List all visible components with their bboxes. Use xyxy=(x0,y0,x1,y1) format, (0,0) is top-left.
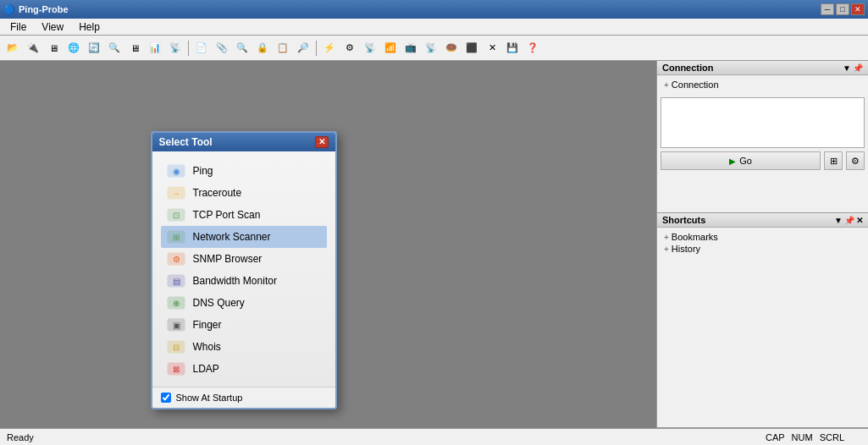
connection-settings-btn[interactable]: ⊞ xyxy=(824,151,843,170)
shortcuts-panel: Shortcuts ▼ 📌 ✕ + Bookmarks + History xyxy=(657,213,868,428)
svg-text:⊠: ⊠ xyxy=(173,365,180,374)
main-content: Select Tool ✕ ◉ Ping → Traceroute ⊡ TCP … xyxy=(0,61,868,428)
tool-item-traceroute[interactable]: → Traceroute xyxy=(161,182,327,204)
connection-panel-pin[interactable]: 📌 xyxy=(853,63,863,73)
bookmarks-label: Bookmarks xyxy=(672,232,718,242)
minimize-button[interactable]: ─ xyxy=(821,3,834,15)
tb-zoom-btn[interactable]: 🔎 xyxy=(294,39,312,58)
tool-label-ldap: LDAP xyxy=(193,363,219,375)
tool-item-whois[interactable]: ⊟ Whois xyxy=(161,336,327,358)
toolbar-separator-1 xyxy=(188,41,189,56)
modal-overlay: Select Tool ✕ ◉ Ping → Traceroute ⊡ TCP … xyxy=(0,61,656,428)
tb-ping-btn[interactable]: ⚡ xyxy=(320,39,339,58)
tb-dns-btn[interactable]: 🍩 xyxy=(442,39,461,58)
tool-label-finger: Finger xyxy=(193,319,222,331)
history-expand-icon: + xyxy=(664,244,669,254)
tb-clip-btn[interactable]: 📋 xyxy=(274,39,292,58)
go-button-label: Go xyxy=(739,156,752,166)
tb-network-btn[interactable]: 🌐 xyxy=(64,39,83,58)
toolbar: 📂 🔌 🖥 🌐 🔄 🔍 🖥 📊 📡 📄 📎 🔍 🔒 📋 🔎 ⚡ ⚙ 📡 📶 📺 … xyxy=(0,36,868,61)
shortcuts-panel-close[interactable]: ✕ xyxy=(856,216,863,225)
tb-save-btn[interactable]: 💾 xyxy=(503,39,522,58)
tool-label-whois: Whois xyxy=(193,341,221,353)
tb-monitor-btn[interactable]: 🖥 xyxy=(44,39,63,58)
num-indicator: NUM xyxy=(792,432,813,442)
tool-label-tcp-port-scan: TCP Port Scan xyxy=(193,209,261,221)
shortcuts-panel-arrow[interactable]: ▼ xyxy=(834,216,843,225)
toolbar-separator-2 xyxy=(316,41,317,56)
tool-icon-finger: ▣ xyxy=(166,317,186,332)
help-menu[interactable]: Help xyxy=(72,19,107,35)
status-bar: Ready CAP NUM SCRL xyxy=(0,428,868,445)
file-menu[interactable]: File xyxy=(3,19,33,35)
tb-close-btn[interactable]: ✕ xyxy=(483,39,501,58)
close-button[interactable]: ✕ xyxy=(851,3,865,15)
tb-scan-btn[interactable]: 📡 xyxy=(361,39,379,58)
history-label: History xyxy=(672,244,700,254)
tool-item-finger[interactable]: ▣ Finger xyxy=(161,314,327,336)
tool-label-ping: Ping xyxy=(193,165,213,177)
tool-label-traceroute: Traceroute xyxy=(193,187,242,199)
tool-label-bandwidth-monitor: Bandwidth Monitor xyxy=(193,275,277,287)
restore-button[interactable]: □ xyxy=(836,3,849,15)
tb-tv-btn[interactable]: 📺 xyxy=(401,39,420,58)
show-at-startup-label: Show At Startup xyxy=(176,393,243,403)
tool-icon-ping: ◉ xyxy=(166,163,186,179)
tool-label-dns-query: DNS Query xyxy=(193,297,245,309)
svg-text:⊞: ⊞ xyxy=(173,233,180,242)
status-text: Ready xyxy=(7,432,34,442)
tool-icon-bandwidth-monitor: ▤ xyxy=(166,273,186,288)
show-at-startup-checkbox[interactable] xyxy=(161,393,171,403)
connection-panel: Connection ▼ 📌 + Connection ▶ Go ⊞ xyxy=(657,61,868,213)
tb-attach-btn[interactable]: 📎 xyxy=(213,39,231,58)
connection-expand-icon: + xyxy=(664,80,669,90)
tb-chart-btn[interactable]: 📊 xyxy=(146,39,164,58)
bookmarks-tree-item[interactable]: + Bookmarks xyxy=(661,231,865,243)
connection-input-area[interactable] xyxy=(661,97,865,148)
tb-new-btn[interactable]: 📄 xyxy=(192,39,211,58)
tb-stop-btn[interactable]: ⬛ xyxy=(462,39,481,58)
history-tree-item[interactable]: + History xyxy=(661,243,865,255)
select-tool-dialog: Select Tool ✕ ◉ Ping → Traceroute ⊡ TCP … xyxy=(151,131,337,409)
go-bar: ▶ Go ⊞ ⚙ xyxy=(661,151,865,170)
tb-search-btn[interactable]: 🔍 xyxy=(105,39,124,58)
shortcuts-panel-header: Shortcuts ▼ 📌 ✕ xyxy=(657,213,868,228)
tb-find-btn[interactable]: 🔍 xyxy=(233,39,252,58)
tool-icon-whois: ⊟ xyxy=(166,339,186,354)
tb-lock-btn[interactable]: 🔒 xyxy=(253,39,272,58)
go-button[interactable]: ▶ Go xyxy=(661,151,821,170)
tb-connect-btn[interactable]: 🔌 xyxy=(24,39,42,58)
tool-item-network-scanner[interactable]: ⊞ Network Scanner xyxy=(161,226,327,248)
dialog-close-button[interactable]: ✕ xyxy=(315,136,329,148)
tool-item-bandwidth-monitor[interactable]: ▤ Bandwidth Monitor xyxy=(161,270,327,292)
tb-screen-btn[interactable]: 🖥 xyxy=(125,39,144,58)
tool-item-ldap[interactable]: ⊠ LDAP xyxy=(161,358,327,380)
connection-panel-controls: ▼ 📌 xyxy=(843,63,863,73)
tb-antenna-btn[interactable]: 📡 xyxy=(166,39,185,58)
tool-label-snmp-browser: SNMP Browser xyxy=(193,253,263,265)
tb-trace-btn[interactable]: ⚙ xyxy=(340,39,359,58)
tb-open-btn[interactable]: 📂 xyxy=(3,39,22,58)
tb-refresh-btn[interactable]: 🔄 xyxy=(85,39,103,58)
svg-text:⊟: ⊟ xyxy=(173,343,180,352)
svg-text:→: → xyxy=(172,189,180,198)
tb-help-btn[interactable]: ❓ xyxy=(523,39,542,58)
dialog-title-bar: Select Tool ✕ xyxy=(152,133,335,151)
right-panel: Connection ▼ 📌 + Connection ▶ Go ⊞ xyxy=(656,61,868,428)
tb-wave-btn[interactable]: 📡 xyxy=(422,39,440,58)
tool-icon-tcp-port-scan: ⊡ xyxy=(166,207,186,222)
tb-signal-btn[interactable]: 📶 xyxy=(381,39,400,58)
tool-icon-snmp-browser: ⚙ xyxy=(166,251,186,266)
dialog-body: ◉ Ping → Traceroute ⊡ TCP Port Scan ⊞ Ne… xyxy=(152,151,335,387)
tool-icon-traceroute: → xyxy=(166,185,186,201)
tool-item-dns-query[interactable]: ⊕ DNS Query xyxy=(161,292,327,314)
view-menu[interactable]: View xyxy=(35,19,70,35)
tool-item-ping[interactable]: ◉ Ping xyxy=(161,160,327,182)
connection-extra-btn[interactable]: ⚙ xyxy=(846,151,865,170)
tool-item-tcp-port-scan[interactable]: ⊡ TCP Port Scan xyxy=(161,204,327,226)
connection-tree-item[interactable]: + Connection xyxy=(661,79,865,91)
tool-item-snmp-browser[interactable]: ⚙ SNMP Browser xyxy=(161,248,327,270)
shortcuts-panel-pin[interactable]: 📌 xyxy=(844,216,854,225)
connection-panel-arrow[interactable]: ▼ xyxy=(843,63,851,73)
connection-panel-header: Connection ▼ 📌 xyxy=(657,61,868,75)
